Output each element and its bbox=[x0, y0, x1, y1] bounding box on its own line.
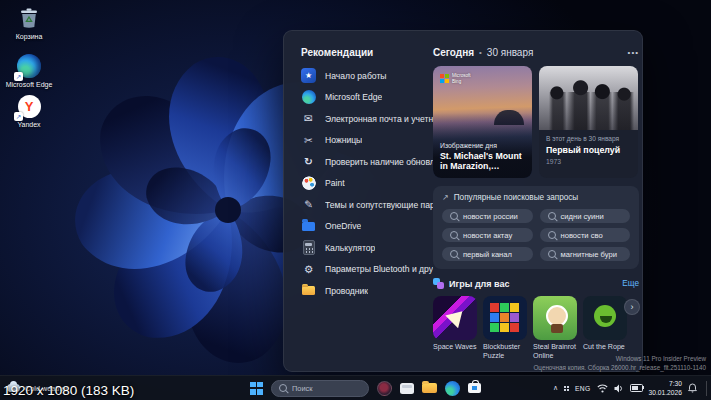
trending-pill[interactable]: новости россии bbox=[442, 209, 533, 223]
calculator-icon bbox=[301, 240, 316, 255]
game-thumbnail bbox=[433, 296, 477, 340]
shortcut-arrow-icon: ↗ bbox=[14, 112, 23, 121]
card-title: St. Michael's Mount in Marazion,… bbox=[440, 151, 527, 172]
more-options-icon[interactable]: ••• bbox=[628, 48, 639, 57]
bullet-separator: • bbox=[479, 48, 482, 57]
microsoft-logo-icon bbox=[440, 74, 449, 83]
rec-item-snipping-tool[interactable]: ✂ Ножницы bbox=[301, 134, 433, 147]
card-year: 1973 bbox=[546, 158, 631, 165]
search-input[interactable] bbox=[292, 384, 361, 393]
games-more-link[interactable]: Еще bbox=[622, 279, 639, 288]
games-icon bbox=[433, 278, 444, 289]
search-icon bbox=[548, 231, 556, 239]
mail-icon: ✉ bbox=[301, 111, 316, 126]
hidden-icons-chevron[interactable]: ∧ bbox=[553, 384, 558, 392]
clock[interactable]: 7:30 30.01.2026 bbox=[649, 379, 682, 397]
rec-item-file-explorer[interactable]: Проводник bbox=[301, 284, 433, 297]
today-header: Сегодня • 30 января ••• bbox=[433, 47, 639, 58]
game-tile-blockbuster-puzzle[interactable]: Blockbuster Puzzle bbox=[483, 296, 527, 361]
band-photo bbox=[539, 66, 638, 130]
on-this-day-card[interactable]: В этот день в 30 января Первый поцелуй 1… bbox=[539, 66, 638, 178]
desktop-icon-yandex[interactable]: Y ↗ Yandex bbox=[2, 93, 56, 130]
games-title: Игры для вас bbox=[449, 279, 510, 289]
trending-pill[interactable]: новости актау bbox=[442, 228, 533, 242]
tray-app-icon[interactable] bbox=[564, 386, 569, 391]
edge-icon: ↗ bbox=[16, 53, 42, 79]
folder-icon bbox=[301, 283, 316, 298]
card-kicker: Изображение дня bbox=[440, 142, 527, 149]
chevron-right-icon: › bbox=[631, 302, 634, 312]
today-feed-section: Сегодня • 30 января ••• Microsoft Bing И… bbox=[433, 47, 639, 361]
search-icon bbox=[450, 231, 458, 239]
recommendations-list: ★ Начало работы Microsoft Edge ✉ Электро… bbox=[301, 69, 433, 297]
desktop-icon-edge[interactable]: ↗ Microsoft Edge bbox=[2, 53, 56, 90]
rec-item-onedrive[interactable]: OneDrive bbox=[301, 220, 433, 233]
game-tile-steal-brainrot[interactable]: Steal Brainrot Online bbox=[533, 296, 577, 361]
rec-item-edge[interactable]: Microsoft Edge bbox=[301, 91, 433, 104]
games-section: Игры для вас Еще Space Waves Blockbuster… bbox=[433, 278, 639, 361]
trending-arrow-icon: ↗ bbox=[442, 193, 449, 202]
search-home-panel: Рекомендации ★ Начало работы Microsoft E… bbox=[283, 30, 643, 372]
rec-item-paint[interactable]: Paint bbox=[301, 177, 433, 190]
rec-item-mail-accounts[interactable]: ✉ Электронная почта и учетные записи bbox=[301, 112, 433, 125]
volume-icon[interactable] bbox=[614, 384, 624, 393]
card-kicker: В этот день в 30 января bbox=[546, 135, 631, 142]
rec-item-get-started[interactable]: ★ Начало работы bbox=[301, 69, 433, 82]
rec-item-check-updates[interactable]: ↻ Проверить наличие обновлений bbox=[301, 155, 433, 168]
wifi-icon[interactable] bbox=[597, 384, 608, 393]
rec-item-themes[interactable]: ✎ Темы и сопутствующие параметры bbox=[301, 198, 433, 211]
card-title: Первый поцелуй bbox=[546, 145, 631, 156]
trending-pill[interactable]: первый канал bbox=[442, 247, 533, 261]
system-tray: ∧ ENG 7:30 30.01.2026 bbox=[553, 376, 707, 400]
paint-icon bbox=[301, 176, 316, 191]
microsoft-bing-logo: Microsoft Bing bbox=[440, 73, 471, 85]
recommendations-section: Рекомендации ★ Начало работы Microsoft E… bbox=[301, 47, 433, 297]
game-tile-cut-the-rope[interactable]: Cut the Rope bbox=[583, 296, 627, 361]
bing-image-of-day-card[interactable]: Microsoft Bing Изображение дня St. Micha… bbox=[433, 66, 532, 178]
language-indicator[interactable]: ENG bbox=[575, 385, 590, 392]
battery-icon[interactable] bbox=[630, 384, 643, 392]
today-date: 30 января bbox=[487, 47, 533, 58]
search-icon bbox=[450, 250, 458, 258]
copilot-icon[interactable] bbox=[377, 381, 392, 396]
rec-item-calculator[interactable]: Калькулятор bbox=[301, 241, 433, 254]
rec-item-bluetooth-settings[interactable]: ⚙ Параметры Bluetooth и другие пара… bbox=[301, 263, 433, 276]
taskbar-center bbox=[250, 376, 481, 400]
file-explorer-icon[interactable] bbox=[422, 383, 437, 393]
trending-pill[interactable]: сидни суини bbox=[540, 209, 631, 223]
games-scroll-right-button[interactable]: › bbox=[624, 299, 640, 315]
edge-icon bbox=[301, 90, 316, 105]
search-icon bbox=[548, 250, 556, 258]
tray-time: 7:30 bbox=[649, 379, 682, 388]
taskbar-search-box[interactable] bbox=[271, 380, 369, 397]
start-button[interactable] bbox=[250, 382, 263, 395]
image-size-overlay: 1920 x 1080 (183 KB) bbox=[3, 383, 134, 398]
refresh-icon: ↻ bbox=[301, 154, 316, 169]
game-tile-space-waves[interactable]: Space Waves bbox=[433, 296, 477, 361]
pencil-icon: ✎ bbox=[301, 197, 316, 212]
task-view-icon[interactable] bbox=[400, 383, 414, 394]
desktop-icon-label: Yandex bbox=[2, 121, 56, 130]
yandex-icon: Y ↗ bbox=[16, 93, 42, 119]
show-desktop-button[interactable] bbox=[706, 381, 707, 396]
trending-searches-card: ↗ Популярные поисковые запросы новости р… bbox=[433, 186, 639, 269]
search-icon bbox=[548, 212, 556, 220]
scissors-icon: ✂ bbox=[301, 133, 316, 148]
game-thumbnail bbox=[583, 296, 627, 340]
feed-cards-row: Microsoft Bing Изображение дня St. Micha… bbox=[433, 66, 639, 178]
search-icon bbox=[279, 384, 287, 392]
search-icon bbox=[450, 212, 458, 220]
desktop-icon-recycle-bin[interactable]: Корзина bbox=[2, 5, 56, 42]
desktop-icon-label: Корзина bbox=[2, 33, 56, 42]
recycle-bin-icon bbox=[16, 5, 42, 31]
tray-date: 30.01.2026 bbox=[649, 388, 682, 397]
recommendations-title: Рекомендации bbox=[301, 47, 433, 58]
edge-icon[interactable] bbox=[445, 381, 460, 396]
trending-pill[interactable]: магнитные бури bbox=[540, 247, 631, 261]
trending-pill[interactable]: новости сво bbox=[540, 228, 631, 242]
notification-bell-icon[interactable] bbox=[688, 383, 697, 393]
game-thumbnail bbox=[483, 296, 527, 340]
trending-title: Популярные поисковые запросы bbox=[454, 193, 579, 202]
shortcut-arrow-icon: ↗ bbox=[14, 72, 23, 81]
microsoft-store-icon[interactable] bbox=[468, 383, 481, 393]
